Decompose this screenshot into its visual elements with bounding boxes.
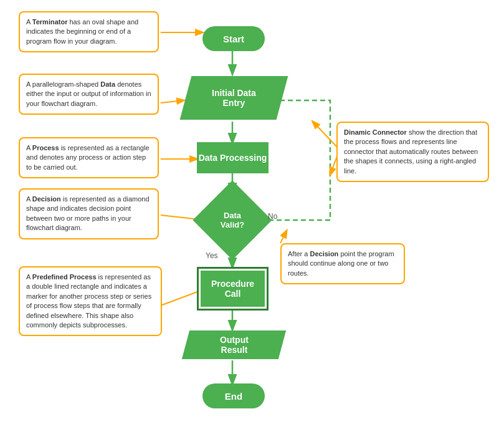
data-valid-label: DataValid? bbox=[221, 211, 244, 229]
data-valid-shape: DataValid? bbox=[204, 192, 260, 248]
data-processing-label: Data Processing bbox=[199, 153, 267, 163]
procedure-call-label: ProcedureCall bbox=[211, 279, 254, 299]
dynamic-connector-tooltip: Dinamic Connector show the direction tha… bbox=[336, 122, 489, 182]
start-label: Start bbox=[223, 34, 244, 44]
dynamic-connector-tooltip-text: Dinamic Connector show the direction tha… bbox=[344, 128, 478, 175]
initial-data-entry-label: Initial DataEntry bbox=[212, 88, 256, 108]
process-tooltip-text: A Process is represented as a rectangle … bbox=[26, 144, 150, 171]
decision-tooltip: A Decision is represented as a diamond s… bbox=[19, 188, 159, 239]
data-tooltip: A parallelogram-shaped Data denotes eith… bbox=[19, 74, 159, 115]
predefined-process-tooltip-text: A Predefined Process is represented as a… bbox=[26, 273, 151, 329]
svg-line-12 bbox=[313, 122, 340, 150]
end-label: End bbox=[225, 391, 242, 402]
output-result-shape: OutputResult bbox=[184, 329, 283, 360]
svg-line-7 bbox=[161, 100, 184, 103]
svg-line-13 bbox=[280, 231, 287, 243]
terminator-tooltip: A Terminator has an oval shape and indic… bbox=[19, 11, 159, 52]
predefined-process-tooltip: A Predefined Process is represented as a… bbox=[19, 266, 162, 336]
after-decision-tooltip-text: After a Decision point the program shoul… bbox=[288, 250, 394, 277]
terminator-tooltip-title: Terminator bbox=[32, 18, 68, 26]
decision-tooltip-text: A Decision is represented as a diamond s… bbox=[26, 195, 150, 231]
after-decision-tooltip: After a Decision point the program shoul… bbox=[280, 243, 405, 284]
end-shape: End bbox=[202, 383, 265, 408]
initial-data-entry-shape: Initial DataEntry bbox=[184, 74, 283, 122]
no-label: No bbox=[268, 212, 277, 221]
yes-label: Yes bbox=[206, 251, 218, 260]
procedure-call-shape: ProcedureCall bbox=[197, 267, 269, 311]
data-tooltip-text: A parallelogram-shaped Data denotes eith… bbox=[26, 80, 151, 107]
output-result-label: OutputResult bbox=[219, 335, 248, 355]
process-tooltip: A Process is represented as a rectangle … bbox=[19, 137, 159, 178]
data-processing-shape: Data Processing bbox=[197, 142, 269, 173]
start-shape: Start bbox=[202, 26, 265, 51]
